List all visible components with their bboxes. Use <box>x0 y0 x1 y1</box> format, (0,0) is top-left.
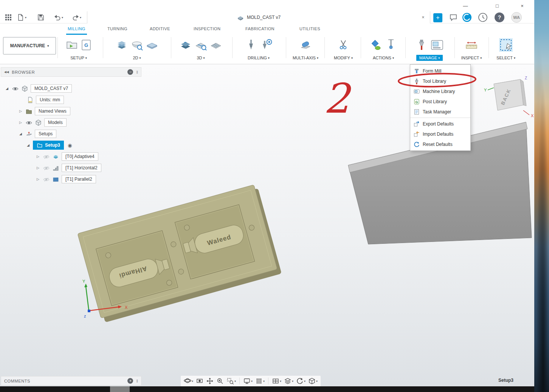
tree-item-setup3[interactable]: ◢ Setup3 ◉ <box>1 139 141 151</box>
close-button[interactable]: × <box>513 0 531 11</box>
tab-turning[interactable]: TURNING <box>106 23 129 35</box>
group-label-inspect[interactable]: INSPECT▾ <box>458 55 485 61</box>
group-label-manage[interactable]: MANAGE▾ <box>416 55 443 61</box>
tool-library-button[interactable] <box>415 39 428 51</box>
menu-item-task-manager[interactable]: Task Manager <box>410 107 470 117</box>
new-tab-button[interactable]: + <box>433 13 442 22</box>
machine-library-button[interactable] <box>430 39 444 51</box>
group-label-select[interactable]: SELECT▾ <box>493 55 518 61</box>
tree-item-horizontal2[interactable]: ▷ [T1] Horizontal2 <box>1 162 141 174</box>
orbit-button[interactable]: ▾ <box>183 377 194 385</box>
grid-display-button[interactable]: ▾ <box>254 377 265 385</box>
select-tool-button[interactable] <box>498 37 513 53</box>
display-settings-button[interactable]: ▾ <box>242 377 253 385</box>
group-label-2d[interactable]: 2D▾ <box>130 55 144 61</box>
file-caret-icon[interactable]: ▾ <box>25 16 26 19</box>
expander-icon[interactable]: ▷ <box>36 155 40 158</box>
history-button[interactable] <box>478 12 488 22</box>
expander-icon[interactable]: ◢ <box>26 143 31 147</box>
group-label-setup[interactable]: SETUP▾ <box>67 55 90 61</box>
new-setup-button[interactable] <box>65 39 78 51</box>
tree-item-units[interactable]: Units: mm <box>1 94 141 105</box>
panel-drag-handle[interactable]: ‖ <box>136 379 138 383</box>
drill-button[interactable] <box>245 39 257 51</box>
hidden-eye-icon[interactable] <box>43 153 50 160</box>
document-tab-close-button[interactable]: × <box>420 14 426 20</box>
pan-button[interactable] <box>205 377 214 385</box>
redo-button[interactable] <box>71 13 80 22</box>
active-setup-radio-icon[interactable]: ◉ <box>68 143 72 148</box>
tree-item-parallel2[interactable]: ▷ [T1] Parallel2 <box>1 174 141 185</box>
undo-caret-icon[interactable]: ▾ <box>62 16 63 19</box>
job-status-button[interactable] <box>462 12 472 22</box>
comments-header[interactable]: COMMENTS + ‖ <box>1 376 141 386</box>
layers-button[interactable]: ▾ <box>283 377 294 385</box>
group-label-modify[interactable]: MODIFY▾ <box>331 55 356 61</box>
hidden-eye-icon[interactable] <box>43 176 50 183</box>
zoom-button[interactable] <box>216 377 225 385</box>
tree-item-setups[interactable]: ◢ Setups <box>1 128 141 139</box>
tree-item-root[interactable]: ◢ MOLD_CAST v7 <box>1 83 141 94</box>
tree-item-models[interactable]: ▷ Models <box>1 117 141 128</box>
menu-item-export-defaults[interactable]: Export Defaults <box>410 119 470 129</box>
expander-icon[interactable]: ◢ <box>5 87 9 90</box>
redo-caret-icon[interactable]: ▾ <box>80 16 81 19</box>
simulate-button[interactable] <box>385 39 397 51</box>
panel-drag-handle[interactable]: ‖ <box>136 70 138 74</box>
expander-icon[interactable]: ◢ <box>18 132 23 136</box>
app-launcher-button[interactable] <box>4 13 13 22</box>
measure-button[interactable] <box>465 39 478 51</box>
refresh-button[interactable]: ▾ <box>295 377 306 385</box>
file-menu-button[interactable] <box>16 13 25 22</box>
document-tab[interactable]: MOLD_CAST v7 × <box>87 11 430 23</box>
expander-icon[interactable]: ▷ <box>18 121 23 124</box>
group-label-3d[interactable]: 3D▾ <box>194 55 208 61</box>
face-button[interactable] <box>146 39 158 51</box>
tree-item-named-views[interactable]: ▷ Named Views <box>1 105 141 117</box>
viewports-button[interactable]: ▾ <box>271 377 282 385</box>
taskbar-item[interactable] <box>110 386 130 392</box>
minimize-button[interactable]: — <box>457 0 474 11</box>
collapse-panel-icon[interactable]: ◀◀ <box>4 70 9 74</box>
tab-fabrication[interactable]: FABRICATION <box>244 23 276 35</box>
swarf-button[interactable] <box>299 39 312 51</box>
menu-item-reset-defaults[interactable]: Reset Defaults <box>410 139 470 149</box>
maximize-button[interactable]: □ <box>489 0 506 11</box>
pocket-2d-button[interactable] <box>130 39 143 51</box>
parallel-3d-button[interactable] <box>194 39 207 51</box>
minimize-panel-button[interactable]: − <box>127 69 133 75</box>
hidden-eye-icon[interactable] <box>43 164 50 172</box>
undo-button[interactable] <box>53 13 62 22</box>
adaptive-clearing-3d-button[interactable] <box>179 39 192 51</box>
menu-item-tool-library[interactable]: Tool Library <box>410 76 470 86</box>
bore-button[interactable] <box>260 39 273 51</box>
visibility-eye-icon[interactable] <box>12 85 19 92</box>
adaptive-clearing-2d-button[interactable] <box>115 39 128 51</box>
workspace-selector[interactable]: MANUFACTURE ▾ <box>3 37 56 54</box>
group-label-drilling[interactable]: DRILLING▾ <box>245 55 273 61</box>
menu-item-machine-library[interactable]: Machine Library <box>410 86 470 96</box>
menu-item-import-defaults[interactable]: Import Defaults <box>410 129 470 139</box>
save-button[interactable] <box>36 13 45 22</box>
tab-inspection[interactable]: INSPECTION <box>192 23 222 35</box>
menu-item-post-library[interactable]: G Post Library <box>410 96 470 107</box>
expander-icon[interactable]: ▷ <box>36 166 40 170</box>
avatar[interactable]: WA <box>511 12 522 23</box>
comments-button[interactable] <box>448 12 458 22</box>
mold-body[interactable]: Waleed AlHamdi <box>78 184 282 324</box>
scallop-3d-button[interactable] <box>209 39 222 51</box>
trim-toolpath-button[interactable] <box>337 39 350 51</box>
tab-additive[interactable]: ADDITIVE <box>148 23 172 35</box>
tree-item-adaptive4[interactable]: ▷ [T0] Adaptive4 <box>1 151 141 162</box>
group-label-actions[interactable]: ACTIONS▾ <box>370 55 397 61</box>
visibility-eye-icon[interactable] <box>25 119 33 126</box>
tab-milling[interactable]: MILLING <box>66 23 87 35</box>
group-label-multi-axis[interactable]: MULTI-AXIS▾ <box>290 55 321 61</box>
visual-style-button[interactable]: ▾ <box>307 377 318 385</box>
post-process-button[interactable] <box>369 39 382 51</box>
help-button[interactable]: ? <box>495 12 504 22</box>
menu-item-form-mill[interactable]: Form Mill <box>410 66 470 76</box>
browser-header[interactable]: ◀◀ BROWSER − ‖ <box>1 67 141 77</box>
view-cube[interactable]: BACK Y X Z <box>483 76 540 121</box>
zoom-window-button[interactable]: ▾ <box>226 377 237 385</box>
